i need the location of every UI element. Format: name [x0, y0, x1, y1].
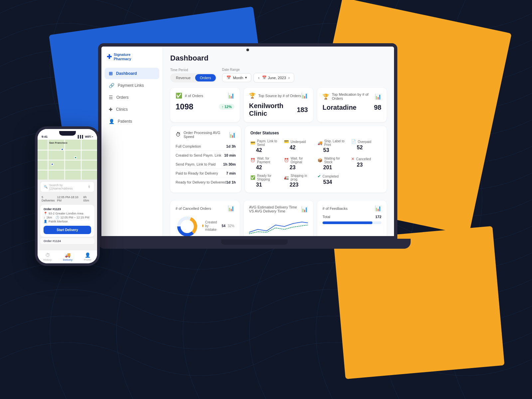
history-icon: ⏱ [45, 252, 50, 258]
phone-nav-delivery[interactable]: 🚚 Delivery [63, 252, 72, 261]
top-medication-title: Top Medication by # of Orders [332, 92, 375, 100]
donut-chart-wrapper: Created by mistake 54 32% [176, 215, 234, 236]
order-person-1: 👤 Patrik Merlose [44, 220, 91, 223]
feedbacks-card: # of Feedbacks 📊 Total 172 [317, 200, 387, 236]
phone-delivery-info: 5 Deliveries 12:05 PM-18:10 PM 6h 05m [38, 194, 97, 203]
clock-icon: 🕐 [56, 216, 59, 219]
person-icon: 👤 [44, 220, 47, 223]
top-medication-chart-icon[interactable]: 📊 [375, 93, 381, 100]
top-medication-card: 🏆 Top Medication by # of Orders 📊 Lorata… [317, 88, 387, 122]
legend-dot-mistake [202, 224, 203, 227]
status-ship-label: 🚚 Ship. Label to Print 53 [318, 139, 348, 153]
bottom-row: # of Cancelled Orders 📊 [170, 200, 387, 236]
status-shipping-progress: 🚛 Shipping in prog. 223 [284, 174, 314, 188]
status-underpaid: 💳 Underpaid 42 [284, 139, 314, 153]
sidebar-item-label: Clinics [116, 107, 128, 112]
phone-nav-profile[interactable]: 👤 Profile [84, 252, 91, 261]
paym-link-icon: 💳 [250, 141, 255, 145]
phone-bottom-nav: ⏱ History 🚚 Delivery 👤 Profile [38, 250, 97, 263]
top-source-chart-icon[interactable]: 📊 [301, 92, 308, 99]
feedbacks-progress-fill [323, 221, 372, 224]
trend-up-icon: ↑ [221, 105, 223, 109]
toggle-orders[interactable]: Orders [195, 74, 216, 81]
delivery-duration: 6h 05m [83, 196, 93, 202]
laptop-base [98, 239, 411, 249]
laptop-stand [221, 239, 288, 245]
top-source-count: 183 [297, 106, 308, 114]
speed-chart-icon[interactable]: 📊 [229, 132, 236, 138]
feedbacks-chart-icon[interactable]: 📊 [375, 205, 381, 211]
main-content: Dashboard Time Period Revenue Orders Dat… [163, 47, 394, 236]
toggle-revenue[interactable]: Revenue [171, 74, 195, 81]
status-overpaid: 📄 Overpaid 52 [351, 139, 381, 153]
completed-icon: ✔ [318, 174, 321, 179]
top-source-icon: 🏆 [249, 92, 256, 99]
laptop-camera [246, 49, 249, 51]
order-statuses-card: Order Statuses 💳 Paym. Link to Send 42 [245, 126, 387, 193]
date-next-button[interactable]: › [287, 75, 291, 80]
top-source-title: Top Source by # of Orders [258, 94, 301, 98]
cancelled-chart-icon[interactable]: 📊 [228, 205, 234, 211]
orders-growth-badge: ↑ 12% [219, 104, 234, 110]
top-source-name: Kenilworth Clinic [249, 102, 297, 117]
date-prev-button[interactable]: ‹ [257, 75, 260, 80]
order-id-1: Order #1123 [44, 207, 91, 211]
status-waiting-stock: 📦 Waiting for Stock 201 [318, 157, 348, 171]
phone-order-card-2-preview: Order #1124 [40, 238, 94, 244]
laptop-device: ✚ Signature Pharmacy ⊞ Dashboard [98, 43, 411, 269]
speed-row-2: Send Paym. Link to Paid 1h 30m [176, 160, 236, 169]
sidebar-item-clinics[interactable]: ✚ Clinics [105, 104, 159, 115]
top-medication-count: 98 [374, 104, 381, 111]
top-medication-name: Loratadine [323, 104, 356, 111]
sidebar-item-label: Orders [116, 95, 129, 100]
orders-chart-icon[interactable]: 📊 [228, 92, 234, 99]
shipping-progress-icon: 🚛 [284, 175, 289, 180]
phone-search-placeholder: Search by (2)Name/Address [49, 184, 86, 190]
phone-nav-history[interactable]: ⏱ History [43, 252, 52, 261]
time-period-label: Time Period [170, 68, 217, 72]
period-selector[interactable]: 📅 Month ▾ [222, 73, 252, 82]
sidebar-logo: ✚ Signature Pharmacy [101, 53, 163, 68]
date-range-filter: Date Range 📅 Month ▾ ‹ 📅 June, 2023 [222, 68, 295, 82]
phone-order-card-1: Order #1123 📍 93-2 Greater London Area ↕… [40, 205, 94, 237]
calendar-icon2: 📅 [262, 75, 267, 80]
mic-icon: 🎙 [88, 185, 91, 189]
phone-screen: 9:41 ▌▌▌ WiFi ▪ San Francisco 🔍 Sea [38, 129, 97, 263]
underpaid-icon: 💳 [284, 139, 289, 144]
delivery-chart [249, 216, 308, 236]
orders-icon: ☰ [109, 95, 113, 100]
feedbacks-total-label: Total [323, 215, 330, 219]
feedbacks-progress-bar [323, 221, 381, 224]
waiting-stock-icon: 📦 [318, 158, 323, 163]
phone-device: 9:41 ▌▌▌ WiFi ▪ San Francisco 🔍 Sea [35, 126, 100, 269]
cancelled-orders-card: # of Cancelled Orders 📊 [170, 200, 240, 236]
orders-count-card: ✅ # of Orders 📊 1098 ↑ 12% [170, 88, 240, 122]
speed-row-3: Paid to Ready for Delivery 7 min [176, 169, 236, 178]
logo-text: Signature [114, 53, 131, 57]
deliveries-count: 5 Deliveries [42, 196, 57, 202]
sidebar-item-label: Patients [118, 119, 132, 124]
feedbacks-title: # of Feedbacks [323, 206, 347, 210]
sidebar-item-orders[interactable]: ☰ Orders [105, 92, 159, 103]
date-nav: ‹ 📅 June, 2023 › [253, 73, 294, 82]
speed-row-1: Created to Send Paym. Link 10 min [176, 151, 236, 160]
speed-title: Order Processing AVG Speed [184, 131, 229, 139]
map-pin-3 [51, 163, 54, 166]
orders-card-title: # of Orders [185, 94, 203, 98]
speed-icon: ⏱ [176, 132, 181, 138]
delivery-time-subtitle: VS AVG Delivery Time [249, 209, 297, 213]
delivery-time-title: AVG Estimated Delivery Time [249, 205, 297, 209]
ship-label-icon: 🚚 [318, 141, 323, 145]
date-range-label: Date Range [222, 68, 295, 71]
orders-count-value: 1098 [176, 102, 193, 111]
sidebar-item-patients[interactable]: 👤 Patients [105, 116, 159, 127]
sidebar-item-payment-links[interactable]: 🔗 Payment Links [105, 80, 159, 91]
status-cancelled: ✕ Cancelled 23 [351, 157, 381, 171]
phone-search-bar[interactable]: 🔍 Search by (2)Name/Address 🎙 [40, 182, 94, 192]
delivery-chart-icon[interactable]: 📊 [301, 206, 308, 212]
start-delivery-button[interactable]: Start Delivery [44, 226, 91, 234]
delivery-time-card: AVG Estimated Delivery Time VS AVG Deliv… [244, 200, 313, 236]
status-placeholder [351, 174, 381, 188]
sidebar-item-dashboard[interactable]: ⊞ Dashboard [105, 68, 159, 79]
chevron-down-icon: ▾ [245, 75, 247, 80]
